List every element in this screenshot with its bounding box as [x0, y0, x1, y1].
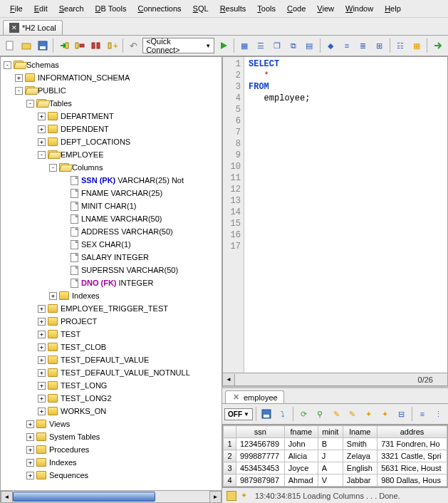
- tree-node[interactable]: +System Tables: [1, 430, 222, 443]
- tree-node[interactable]: MINIT CHAR(1): [1, 199, 222, 212]
- column-header[interactable]: addres: [377, 426, 447, 438]
- tree-expander[interactable]: +: [38, 318, 46, 326]
- new-file-button[interactable]: [3, 38, 18, 53]
- tree-expander[interactable]: +: [38, 382, 46, 390]
- tree-hscrollbar[interactable]: ◄ ►: [1, 490, 222, 502]
- new-connection-button[interactable]: +: [105, 38, 120, 53]
- tree-node[interactable]: -PUBLIC: [1, 84, 222, 97]
- tb-i[interactable]: ⊞: [372, 38, 387, 53]
- tree-expander[interactable]: +: [38, 395, 46, 403]
- tree-node[interactable]: +Procedures: [1, 443, 222, 456]
- tree-node[interactable]: SALARY INTEGER: [1, 251, 222, 264]
- tree-expander[interactable]: +: [38, 305, 46, 313]
- tb-d[interactable]: ⧉: [286, 38, 301, 53]
- tree-expander[interactable]: +: [26, 420, 34, 428]
- scroll-left-arrow[interactable]: ◄: [1, 491, 13, 503]
- close-icon[interactable]: ✕: [231, 393, 241, 402]
- tb-a[interactable]: ▦: [237, 38, 252, 53]
- tree-expander[interactable]: +: [49, 292, 57, 300]
- tree-expander[interactable]: +: [38, 331, 46, 338]
- tree-node[interactable]: +EMPLOYEE_TRIGGER_TEST: [1, 302, 222, 315]
- res-wand4[interactable]: ✦: [377, 406, 392, 422]
- tree-node[interactable]: SUPERSSN VARCHAR(50): [1, 264, 222, 276]
- column-header[interactable]: lname: [343, 426, 377, 438]
- tree-node[interactable]: +DEPT_LOCATIONS: [1, 135, 222, 148]
- tree-expander[interactable]: +: [38, 138, 46, 146]
- tree-node[interactable]: +WORKS_ON: [1, 405, 222, 418]
- scroll-thumb[interactable]: [13, 492, 155, 502]
- res-refresh-button[interactable]: ⟳: [296, 406, 311, 422]
- tree-node[interactable]: +DEPARTMENT: [1, 110, 222, 123]
- tree-node[interactable]: LNAME VARCHAR(50): [1, 212, 222, 225]
- menu-connections[interactable]: Connections: [132, 2, 187, 15]
- res-wand1[interactable]: ✎: [329, 406, 344, 422]
- tree-node[interactable]: +TEST_DEFAULT_VALUE: [1, 353, 222, 366]
- tb-f[interactable]: ◆: [323, 38, 338, 53]
- res-more[interactable]: ⋮: [431, 406, 446, 422]
- quick-connect-dropdown[interactable]: <Quick Connect> ▼: [142, 38, 214, 53]
- menu-sql[interactable]: SQL: [187, 2, 214, 15]
- menu-search[interactable]: Search: [53, 2, 90, 15]
- editor-tab[interactable]: ✕ *H2 Local: [3, 20, 63, 35]
- res-rows[interactable]: ≡: [415, 406, 429, 422]
- tree-node[interactable]: -EMPLOYEE: [1, 148, 222, 161]
- tree-node[interactable]: DNO (FK) INTEGER: [1, 276, 222, 289]
- menu-results[interactable]: Results: [214, 2, 252, 15]
- editor-hscrollbar[interactable]: ◄ 0/26: [222, 373, 448, 386]
- tree-node[interactable]: +TEST_LONG2: [1, 392, 222, 405]
- tree-expander[interactable]: +: [38, 343, 46, 351]
- disconnect-all-button[interactable]: [89, 38, 104, 53]
- tb-j[interactable]: ☷: [393, 38, 408, 53]
- tree-node[interactable]: SEX CHAR(1): [1, 238, 222, 251]
- history-back-button[interactable]: ↶: [126, 38, 141, 53]
- tree-expander[interactable]: +: [26, 472, 34, 479]
- tree-node[interactable]: +Indexes: [1, 289, 222, 302]
- results-tab[interactable]: ✕ employee: [225, 390, 284, 403]
- scroll-right-arrow[interactable]: ►: [209, 491, 222, 503]
- tree-node[interactable]: -Schemas: [1, 58, 222, 71]
- tree-expander[interactable]: -: [15, 87, 23, 95]
- code-area[interactable]: SELECT * FROM employee;: [244, 57, 447, 373]
- sql-editor[interactable]: 1234567891011121314151617 SELECT * FROM …: [222, 56, 448, 373]
- tree-expander[interactable]: +: [15, 74, 23, 82]
- tb-c[interactable]: ❐: [269, 38, 284, 53]
- tree-expander[interactable]: -: [49, 164, 57, 172]
- run-button[interactable]: [216, 38, 231, 53]
- menu-tools[interactable]: Tools: [251, 2, 281, 15]
- tab-close-icon[interactable]: ✕: [9, 23, 19, 33]
- res-wand2[interactable]: ✎: [345, 406, 360, 422]
- tree-expander[interactable]: +: [38, 369, 46, 377]
- tree-expander[interactable]: +: [38, 113, 46, 120]
- menu-view[interactable]: View: [311, 2, 340, 15]
- menu-window[interactable]: Window: [340, 2, 379, 15]
- tree-node[interactable]: +TEST_LONG: [1, 379, 222, 392]
- tree-node[interactable]: +INFORMATION_SCHEMA: [1, 71, 222, 84]
- tree-node[interactable]: FNAME VARCHAR(25): [1, 187, 222, 199]
- tree-node[interactable]: +Sequences: [1, 469, 222, 482]
- res-export-button[interactable]: ⤵: [276, 406, 291, 422]
- column-header[interactable]: fname: [284, 426, 318, 438]
- table-row[interactable]: 3453453453JoyceAEnglish5631 Rice, Houst: [224, 462, 447, 475]
- res-save-button[interactable]: [259, 406, 274, 422]
- tb-g[interactable]: ≡: [339, 38, 354, 53]
- table-row[interactable]: 1123456789JohnBSmith731 Fondren, Ho: [224, 438, 447, 450]
- tree-node[interactable]: +TEST: [1, 328, 222, 341]
- tb-h[interactable]: ≣: [355, 38, 370, 53]
- column-header[interactable]: minit: [318, 426, 343, 438]
- tree-expander[interactable]: +: [26, 446, 34, 454]
- open-file-button[interactable]: [19, 38, 34, 53]
- tree-node[interactable]: +Indexes: [1, 456, 222, 469]
- schema-tree[interactable]: -Schemas+INFORMATION_SCHEMA-PUBLIC-Table…: [1, 57, 222, 490]
- tree-expander[interactable]: -: [38, 151, 46, 159]
- autocommit-toggle[interactable]: OFF▼: [224, 408, 253, 420]
- tree-node[interactable]: -Columns: [1, 161, 222, 174]
- tree-node[interactable]: +Views: [1, 418, 222, 430]
- connect-button[interactable]: [56, 38, 71, 53]
- column-header[interactable]: ssn: [236, 426, 285, 438]
- res-col[interactable]: ⊟: [394, 406, 409, 422]
- tree-expander[interactable]: +: [38, 125, 46, 133]
- run-arrow-button[interactable]: [430, 38, 445, 53]
- tree-node[interactable]: +PROJECT: [1, 315, 222, 328]
- tb-b[interactable]: ☰: [254, 38, 269, 53]
- tree-node[interactable]: +TEST_CLOB: [1, 341, 222, 353]
